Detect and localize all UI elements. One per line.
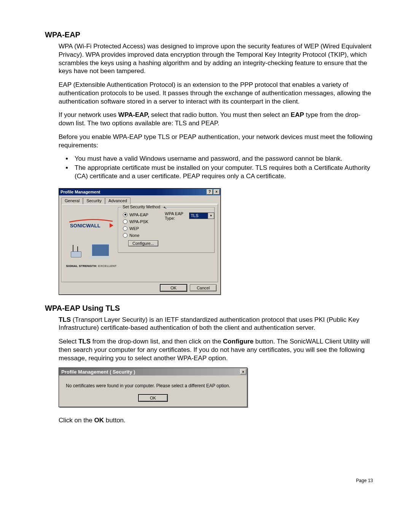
swoosh-icon [68,219,113,222]
router-icon [71,251,81,257]
security-tab-panel: SONICWALL SIGNAL STRENGTH: EXCELLENT Set… [61,204,218,282]
eap-type-dropdown[interactable]: TLS ▼ [189,212,214,219]
tab-advanced[interactable]: Advanced [105,197,131,204]
eap-type-label: WPA EAP Type: [165,211,187,220]
cancel-button[interactable]: Cancel [190,284,217,291]
chevron-down-icon: ▼ [208,213,214,219]
signal-value: EXCELLENT [97,264,117,268]
tab-strip: General Security Advanced [59,195,220,204]
cursor-icon: ↖ [163,205,167,210]
document-page: WPA-EAP WPA (Wi-Fi Protected Access) was… [0,0,411,498]
para-requirements-intro: Before you enable WPA-EAP type TLS or PE… [45,133,373,150]
tab-security[interactable]: Security [83,197,105,204]
page-footer: Page 13 [45,478,373,483]
logo-arrow-icon [110,223,113,228]
bold-tls2: TLS [78,338,91,345]
requirements-list: You must have a valid Windows username a… [45,155,373,180]
radio-icon [123,212,127,217]
heading-wpa-eap: WPA-EAP [45,30,373,39]
para-select-wpa-eap: If your network uses WPA-EAP, select tha… [45,111,373,128]
radio-icon [123,233,127,238]
eap-type-row: WPA EAP Type: TLS ▼ [165,211,214,220]
dialog-message: No certificates were found in your compu… [59,375,247,392]
configure-button[interactable]: Configure... [128,240,158,246]
laptop-icon [91,244,110,259]
signal-strength-label: SIGNAL STRENGTH: EXCELLENT [66,264,116,268]
fieldset-legend: Set Security Method [121,204,161,209]
radio-wep[interactable]: WEP [123,225,210,232]
bold-wpa-eap: WPA-EAP, [118,111,150,118]
radio-label: WPA-EAP [129,212,148,217]
radio-icon [123,219,127,224]
bold-configure: Configure [223,338,253,345]
para-wpa-intro: WPA (Wi-Fi Protected Access) was designe… [45,42,373,75]
para-select-tls: Select TLS from the drop-down list, and … [45,337,373,362]
para-eap-intro: EAP (Extensible Authentication Protocol)… [45,81,373,105]
para-click-ok: Click on the OK button. [45,416,373,425]
dialog-titlebar: Profile Management ? × [59,189,220,195]
text-fragment: (Transport Layer Security) is an IETF st… [59,316,359,332]
hardware-illustration [68,240,114,259]
bold-eap: EAP [291,111,304,118]
tab-general[interactable]: General [61,197,83,204]
list-item: The appropriate certificate must be inst… [72,164,373,181]
profile-management-dialog: Profile Management ? × General Security … [59,188,221,295]
help-button[interactable]: ? [207,189,213,195]
text-fragment: Click on the [59,417,94,424]
signal-label: SIGNAL STRENGTH: [66,264,97,268]
text-fragment: from the drop-down list, and then click … [91,338,223,345]
radio-label: WPA-PSK [129,219,148,224]
radio-label: WEP [129,226,139,231]
list-item: You must have a valid Windows username a… [72,155,373,163]
sonicwall-logo: SONICWALL [68,216,114,232]
dialog-button-row: OK Cancel [59,284,220,294]
dialog-title: Profile Management [61,190,206,194]
radio-label: None [129,233,139,238]
ok-button[interactable]: OK [160,284,187,291]
close-button[interactable]: × [213,189,220,195]
no-certificates-dialog: Profile Management ( Security ) × No cer… [59,367,247,407]
heading-wpa-eap-tls: WPA-EAP Using TLS [45,304,373,313]
close-button[interactable]: × [240,369,246,374]
text-fragment: select that radio button. You must then … [149,111,290,118]
para-tls-intro: TLS (Transport Layer Security) is an IET… [45,316,373,332]
dialog-left-column: SONICWALL SIGNAL STRENGTH: EXCELLENT [65,207,118,279]
security-method-fieldset: Set Security Method ↖ WPA-EAP WPA-PSK WE… [118,207,215,253]
dialog-title: Profile Management ( Security ) [61,369,239,375]
radio-none[interactable]: None [123,232,210,239]
ok-button[interactable]: OK [139,395,167,401]
text-fragment: If your network uses [59,111,118,118]
bold-tls: TLS [59,316,71,323]
text-fragment: button. [104,417,126,424]
radio-icon [123,226,127,231]
dialog-button-row: OK [59,392,247,407]
dialog-titlebar: Profile Management ( Security ) × [59,368,247,375]
logo-text: SONICWALL [70,223,100,228]
dropdown-value: TLS [190,213,208,219]
bold-ok: OK [94,417,104,424]
text-fragment: Select [59,338,78,345]
